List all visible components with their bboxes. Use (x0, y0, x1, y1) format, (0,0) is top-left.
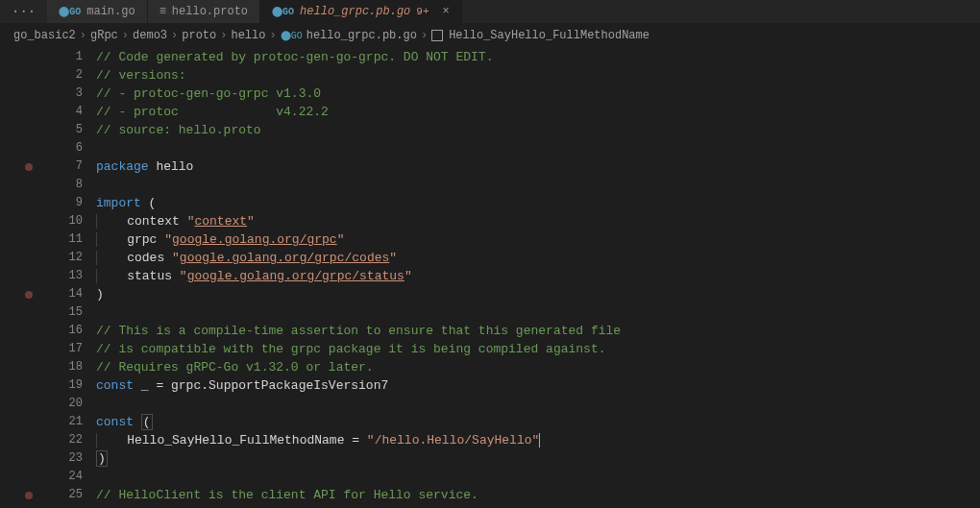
gutter-breakpoint[interactable] (0, 249, 58, 267)
code-line[interactable]: // HelloClient is the client API for Hel… (96, 486, 980, 504)
line-number[interactable]: 3 (58, 85, 96, 103)
gutter-breakpoint[interactable] (0, 194, 58, 212)
code-line[interactable]: // source: hello.proto (96, 121, 980, 139)
gutter-breakpoint[interactable] (0, 230, 58, 249)
breadcrumb[interactable]: go_basic2›gRpc›demo3›proto›hello›⬤GOhell… (0, 23, 980, 48)
gutter-breakpoint[interactable] (0, 121, 58, 139)
line-number[interactable]: 24 (58, 468, 96, 486)
line-number[interactable]: 18 (58, 358, 96, 376)
breadcrumb-item[interactable]: go_basic2 (13, 29, 76, 42)
gutter-breakpoint[interactable] (0, 139, 58, 157)
gutter-breakpoint[interactable] (0, 285, 58, 303)
code-line[interactable]: Hello_SayHello_FullMethodName = "/hello.… (96, 431, 980, 449)
line-number[interactable]: 16 (58, 322, 96, 340)
gutter-breakpoint[interactable] (0, 85, 58, 103)
line-number[interactable]: 21 (58, 413, 96, 431)
line-number[interactable]: 11 (58, 230, 96, 249)
gutter-breakpoint[interactable] (0, 449, 58, 468)
code-line[interactable]: const ( (96, 413, 980, 431)
tab-main-go[interactable]: ⬤GOmain.go (47, 0, 147, 23)
breadcrumb-item[interactable]: Hello_SayHello_FullMethodName (449, 29, 649, 42)
code-token: ) (96, 450, 108, 467)
line-number[interactable]: 4 (58, 103, 96, 121)
gutter-breakpoint[interactable] (0, 66, 58, 85)
line-number[interactable]: 12 (58, 249, 96, 267)
gutter-breakpoint[interactable] (0, 48, 58, 66)
tab-hello_grpc-pb-go[interactable]: ⬤GOhello_grpc.pb.go9+× (260, 0, 462, 23)
line-number[interactable]: 23 (58, 449, 96, 468)
gutter-breakpoint[interactable] (0, 413, 58, 431)
gutter-breakpoint[interactable] (0, 103, 58, 121)
line-number[interactable]: 19 (58, 376, 96, 395)
code-line[interactable]: status "google.golang.org/grpc/status" (96, 267, 980, 285)
code-line[interactable]: grpc "google.golang.org/grpc" (96, 230, 980, 249)
line-number[interactable]: 25 (58, 486, 96, 504)
code-line[interactable]: import ( (96, 194, 980, 212)
gutter-breakpoint[interactable] (0, 468, 58, 486)
code-line[interactable]: ) (96, 449, 980, 468)
line-number[interactable]: 10 (58, 212, 96, 230)
line-number[interactable]: 8 (58, 176, 96, 194)
gutter-breakpoint[interactable] (0, 176, 58, 194)
line-number[interactable]: 6 (58, 139, 96, 157)
code-line[interactable]: // - protoc-gen-go-grpc v1.3.0 (96, 85, 980, 103)
code-line[interactable]: const _ = grpc.SupportPackageIsVersion7 (96, 376, 980, 395)
breadcrumb-separator: › (269, 29, 276, 42)
gutter-breakpoint[interactable] (0, 486, 58, 504)
line-number[interactable]: 5 (58, 121, 96, 139)
gutter-breakpoint[interactable] (0, 395, 58, 413)
code-line[interactable] (96, 303, 980, 322)
code-line[interactable]: // Requires gRPC-Go v1.32.0 or later. (96, 358, 980, 376)
line-number[interactable]: 17 (58, 340, 96, 358)
code-line[interactable]: codes "google.golang.org/grpc/codes" (96, 249, 980, 267)
code-line[interactable]: // Code generated by protoc-gen-go-grpc.… (96, 48, 980, 66)
go-file-icon: ⬤GO (281, 30, 303, 41)
breadcrumb-item[interactable]: proto (182, 29, 216, 42)
code-line[interactable]: ) (96, 285, 980, 303)
breadcrumb-item[interactable]: demo3 (133, 29, 167, 42)
line-number[interactable]: 14 (58, 285, 96, 303)
line-number[interactable]: 15 (58, 303, 96, 322)
gutter-breakpoint[interactable] (0, 267, 58, 285)
close-icon[interactable]: × (443, 5, 450, 18)
gutter-breakpoint[interactable] (0, 212, 58, 230)
code-line[interactable] (96, 139, 980, 157)
more-actions-icon[interactable]: ··· (0, 4, 47, 19)
breakpoint-icon[interactable] (25, 492, 33, 499)
line-number[interactable]: 9 (58, 194, 96, 212)
breadcrumb-item[interactable]: hello (231, 29, 265, 42)
code-line[interactable]: // is compatible with the grpc package i… (96, 340, 980, 358)
code-line[interactable]: // - protoc v4.22.2 (96, 103, 980, 121)
code-line[interactable]: // versions: (96, 66, 980, 85)
go-file-icon: ⬤GO (59, 6, 81, 17)
line-number[interactable]: 20 (58, 395, 96, 413)
gutter-breakpoint[interactable] (0, 157, 58, 176)
code-line[interactable]: package hello (96, 157, 980, 176)
code-line[interactable] (96, 468, 980, 486)
code-token: // - protoc v4.22.2 (96, 105, 329, 119)
gutter-breakpoint[interactable] (0, 303, 58, 322)
line-number[interactable]: 2 (58, 66, 96, 85)
line-number[interactable]: 13 (58, 267, 96, 285)
gutter-breakpoint[interactable] (0, 358, 58, 376)
breakpoint-icon[interactable] (25, 291, 33, 299)
breadcrumb-item[interactable]: gRpc (90, 29, 118, 42)
gutter-breakpoint[interactable] (0, 322, 58, 340)
code-line[interactable] (96, 176, 980, 194)
gutter-breakpoint[interactable] (0, 340, 58, 358)
code-line[interactable] (96, 395, 980, 413)
line-number[interactable]: 22 (58, 431, 96, 449)
code-token: " (337, 232, 345, 247)
gutter-breakpoint[interactable] (0, 431, 58, 449)
line-number[interactable]: 1 (58, 48, 96, 66)
breakpoint-icon[interactable] (25, 163, 33, 171)
tab-hello-proto[interactable]: ≡hello.proto (148, 0, 260, 23)
line-number[interactable]: 7 (58, 157, 96, 176)
code-editor[interactable]: 1// Code generated by protoc-gen-go-grpc… (0, 48, 980, 504)
code-token: const (96, 415, 134, 429)
code-token: // This is a compile-time assertion to e… (96, 324, 621, 338)
breadcrumb-item[interactable]: hello_grpc.pb.go (306, 29, 417, 42)
code-line[interactable]: // This is a compile-time assertion to e… (96, 322, 980, 340)
code-line[interactable]: context "context" (96, 212, 980, 230)
gutter-breakpoint[interactable] (0, 376, 58, 395)
